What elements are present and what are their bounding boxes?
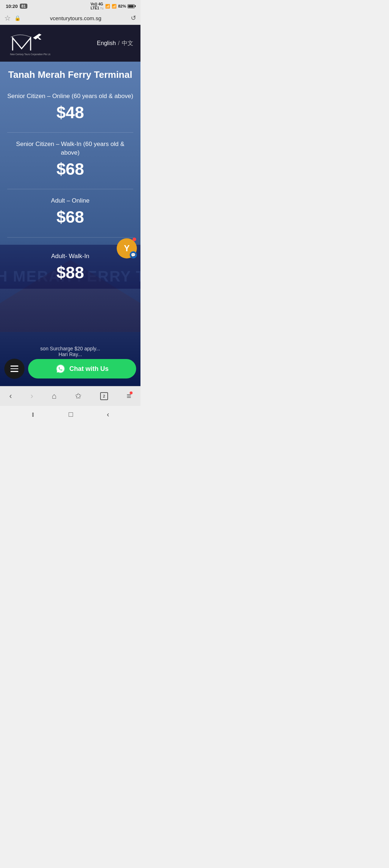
hamburger-icon [10,366,18,372]
bookmark-button[interactable]: ✩ [72,390,84,402]
status-bar: 10:20 81 Vo)) 4GLTE1 ↑↓ 📶 📶 82% [0,0,140,12]
lang-switcher[interactable]: English / 中文 [97,40,133,47]
pricing-amount-1: $48 [7,103,133,122]
pricing-label-1: Senior Citizen – Online (60 years old & … [7,92,133,101]
hamburger-line-3 [10,371,18,372]
pricing-block-2: Senior Citizen – Walk-In (60 years old &… [7,140,133,178]
divider-1 [7,132,133,133]
notification-badge: 81 [20,4,27,9]
recents-button[interactable]: ⫾ [31,410,35,418]
hamburger-line-1 [10,366,18,367]
menu-button[interactable]: ≡ [124,390,134,402]
signal-bars-2: 📶 [112,4,117,9]
pricing-label-4: Adult- Walk-In [7,252,133,261]
home-system-icon: □ [69,410,73,418]
page-title: Tanah Merah Ferry Terminal [7,62,133,92]
hamburger-button[interactable] [4,359,24,379]
back-button[interactable]: ‹ [6,390,15,402]
browser-nav-bar: ‹ › ⌂ ✩ 2 ≡ [0,386,140,406]
pricing-amount-2: $68 [7,160,133,178]
forward-button[interactable]: › [28,390,36,402]
tabs-button[interactable]: 2 [97,391,111,402]
browser-star-icon[interactable]: ☆ [4,14,11,22]
chat-button-label: Chat with Us [69,365,108,373]
menu-notification-dot [130,391,133,394]
signal-text: Vo)) 4GLTE1 ↑↓ [90,2,103,10]
logo-area: New Century Tours Corporation Pte Ltd [7,31,50,56]
lang-separator: / [118,40,120,46]
site-header: New Century Tours Corporation Pte Ltd En… [0,25,140,62]
chat-avatar-button[interactable]: Y 💬 [117,238,137,258]
avatar-chat-icon: 💬 [130,251,137,258]
signal-bars-1: 📶 [105,4,110,9]
whatsapp-icon [55,364,66,374]
pricing-label-2: Senior Citizen – Walk-In (60 years old &… [7,140,133,157]
hamburger-line-2 [10,368,18,369]
surcharge-text: son Surcharge $20 apply... Hari Ray... [0,346,140,357]
pricing-amount-4: $88 [7,264,133,282]
battery-icon [128,4,135,8]
svg-text:New Century Tours Corporation : New Century Tours Corporation Pte Ltd [10,53,50,56]
avatar-letter: Y [124,243,130,253]
status-time: 10:20 [6,4,18,9]
battery-percent: 82% [118,4,126,8]
divider-2 [7,189,133,189]
browser-lock-icon: 🔒 [14,15,21,21]
pricing-amount-3: $68 [7,208,133,226]
pricing-block-3: Adult – Online $68 [7,196,133,226]
home-system-button[interactable]: □ [69,410,73,418]
tabs-icon: 2 [100,392,108,400]
back-system-button[interactable]: ‹ [107,410,109,418]
divider-3 [7,237,133,238]
chat-with-us-button[interactable]: Chat with Us [28,359,136,378]
browser-bar: ☆ 🔒 vcenturytours.com.sg ↺ [0,12,140,25]
system-nav-bar: ⫾ □ ‹ [0,406,140,423]
lang-english[interactable]: English [97,40,116,46]
pricing-block-1: Senior Citizen – Online (60 years old & … [7,92,133,121]
back-system-icon: ‹ [107,410,109,418]
logo-svg: New Century Tours Corporation Pte Ltd [7,31,50,56]
main-content: H MERAH FERRY TER Y 💬 Tanah Merah Ferry … [0,62,140,386]
recents-icon: ⫾ [31,410,35,418]
browser-reload-icon[interactable]: ↺ [131,14,136,22]
pricing-label-3: Adult – Online [7,196,133,205]
browser-url[interactable]: vcenturytours.com.sg [24,15,127,21]
bottom-floating-bar: Chat with Us [0,359,140,379]
home-button[interactable]: ⌂ [49,390,59,402]
avatar-notification-dot [133,238,136,241]
lang-chinese[interactable]: 中文 [122,40,133,47]
